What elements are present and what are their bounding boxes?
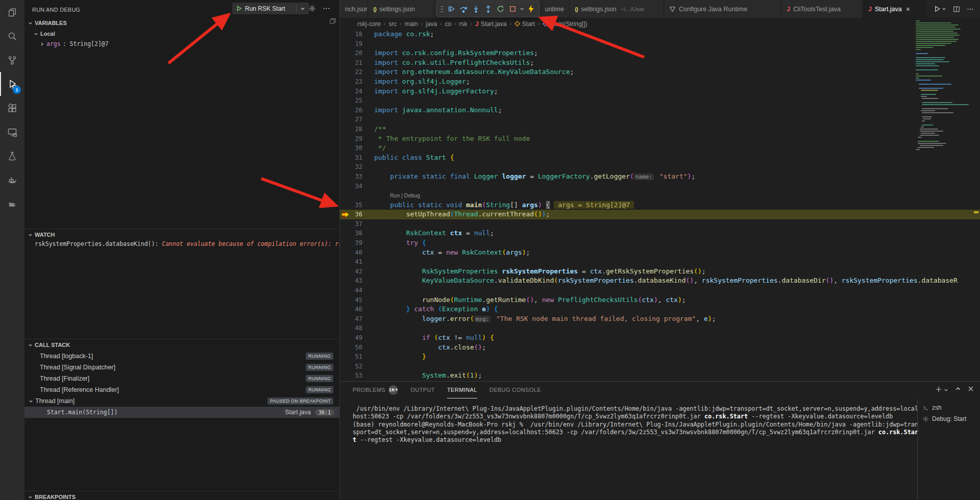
run-and-debug-icon[interactable]: 1 [0,72,24,96]
stack-frame-row[interactable]: Start.main(String[]) Start.java 36:1 [24,407,339,418]
overview-ruler-current-line-marker [974,211,978,213]
variables-header[interactable]: VARIABLES [24,17,339,29]
code-line-45: 45 runNode(Runtime.getRuntime(), new Pre… [340,295,980,305]
panel-tab-debug-console[interactable]: DEBUG CONSOLE [489,382,541,398]
step-out-button[interactable] [482,3,494,15]
new-terminal-icon[interactable] [935,386,948,393]
breadcrumb-item[interactable]: java [426,20,437,28]
breakpoints-header[interactable]: BREAKPOINTS [24,491,339,500]
codelens-run-debug[interactable]: Run | Debug [340,191,980,201]
breadcrumb-separator: › [538,21,540,27]
tab-clitoolstest-java[interactable]: JCliToolsTest.java [781,0,863,18]
code-line-42: 42 RskSystemProperties rskSystemProperti… [340,267,980,277]
tab-settings-json[interactable]: {}settings.json [368,0,439,18]
tab-configure-java-runtime[interactable]: Configure Java Runtime [664,0,781,18]
tab-nch-json[interactable]: nch.json [340,0,368,18]
editor-more-icon[interactable] [967,6,974,13]
sidebar-title: RUN AND DEBUG [32,7,80,13]
close-panel-icon[interactable] [968,386,974,393]
hot-code-replace-icon[interactable] [525,3,537,15]
tab-start-java[interactable]: JStart.java× [863,0,927,18]
variable-name: args [46,40,61,47]
search-icon[interactable] [0,24,24,48]
line-number: 43 [340,276,362,286]
watch-header[interactable]: WATCH [24,229,339,240]
thread-label: Thread [Finalizer] [40,375,306,382]
testing-icon[interactable] [0,144,24,168]
line-number: 48 [340,323,362,333]
thread-row[interactable]: Thread [Reference Handler]RUNNING [24,384,339,395]
tab-settings-json[interactable]: {}settings.json~/.../User [570,0,664,18]
run-config-button[interactable]: Run RSK Start [232,3,309,14]
terminal-list-item-debug-start[interactable]: Debug: Start [918,413,980,424]
code-line-19: 19 [340,39,980,49]
docker-icon[interactable] [0,168,24,192]
terminal-line: t --regtest -Xkeyvalue.datasource=leveld… [353,436,913,444]
breadcrumb-item[interactable]: rsk [459,20,467,28]
chevron-down-icon[interactable] [297,6,309,11]
line-number: 53 [340,371,362,381]
close-icon[interactable]: × [906,6,910,13]
step-into-button[interactable] [470,3,482,15]
breadcrumb-item[interactable]: co [445,20,451,28]
line-number: 26 [340,106,362,115]
continue-button[interactable] [445,3,457,15]
code-editor[interactable]: 18package co.rsk;1920import co.rsk.confi… [340,30,980,381]
thread-label: Thread [Reference Handler] [40,386,306,393]
call-stack-header[interactable]: CALL STACK [24,339,339,351]
thread-label: Thread [Signal Dispatcher] [40,364,306,371]
line-number: 38 [340,229,362,238]
thread-row[interactable]: Thread [logback-1]RUNNING [24,351,339,362]
gradle-icon[interactable] [0,192,24,216]
breadcrumb-item[interactable]: main [405,20,418,28]
stop-dropdown-icon[interactable] [519,3,525,15]
terminal-list-item-zsh[interactable]: zsh [918,402,980,413]
thread-row[interactable]: Thread [Finalizer]RUNNING [24,373,339,384]
thread-status-badge: RUNNING [306,353,333,360]
breadcrumb-item[interactable]: src [388,20,397,28]
line-number: 30 [340,143,362,153]
source-control-icon[interactable] [0,48,24,72]
split-editor-icon[interactable] [953,6,960,13]
json-file-icon: {} [373,6,376,12]
terminal-output[interactable]: /usr/bin/env /Library/Internet\ Plug-Ins… [353,405,913,444]
restart-button[interactable] [494,3,506,15]
maximize-panel-icon[interactable] [955,386,961,393]
breadcrumb-item[interactable]: JStart.java [475,20,507,28]
code-line-27: 27 [340,115,980,124]
variable-value: : String[2]@7 [63,40,109,47]
current-line-breakpoint-icon[interactable] [341,211,350,218]
thread-row[interactable]: Thread [main]PAUSED ON BREAKPOINT [24,395,339,407]
watch-expression[interactable]: rskSystemProperties.databaseKind(): Cann… [24,240,339,251]
thread-row[interactable]: Thread [Signal Dispatcher]RUNNING [24,362,339,373]
gear-icon[interactable] [308,5,316,12]
play-icon [236,6,242,11]
variables-scope-local[interactable]: Local [24,29,339,39]
code-line-28: 28/** [340,124,980,134]
problems-count-badge: 1K+ [388,385,398,395]
code-line-43: 43 KeyValueDataSource.validateDbKind(rsk… [340,276,980,286]
drag-handle[interactable] [439,3,445,15]
code-line-29: 29 * The entrypoint for the RSK full nod… [340,134,980,144]
variable-args[interactable]: args: String[2]@7 [24,39,339,49]
breadcrumb-item[interactable]: Start [514,20,535,28]
step-over-button[interactable] [457,3,470,15]
breadcrumb-separator: › [384,21,385,27]
line-number: 47 [340,314,362,324]
panel-tab-output[interactable]: OUTPUT [410,382,435,398]
minimap[interactable] [916,20,972,379]
remote-explorer-icon[interactable] [0,120,24,144]
extensions-icon[interactable] [0,96,24,120]
stop-button[interactable] [506,3,519,15]
breadcrumb-item[interactable]: main(String[]) [543,20,587,28]
panel-tab-terminal[interactable]: TERMINAL [447,382,477,398]
breadcrumb-item[interactable]: rskj-core [357,20,381,28]
breadcrumb-separator: › [440,21,442,27]
more-actions-icon[interactable] [323,5,330,12]
explorer-icon[interactable] [0,0,24,24]
panel-tabs: PROBLEMS1K+OUTPUTTERMINALDEBUG CONSOLE [340,382,980,398]
line-number: 44 [340,286,362,295]
run-file-button[interactable] [934,6,946,12]
watch-error: Cannot evaluate because of compilation e… [158,240,339,247]
panel-tab-problems[interactable]: PROBLEMS1K+ [353,382,398,398]
